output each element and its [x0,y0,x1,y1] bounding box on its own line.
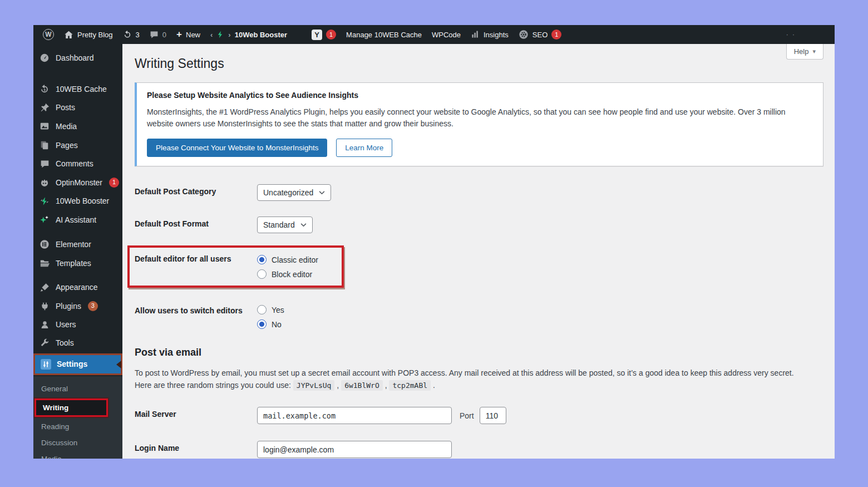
comment-icon [150,30,159,39]
new-content-menu[interactable]: + New [171,25,205,44]
block-editor-radio[interactable] [257,269,267,279]
default-post-format-label: Default Post Format [135,217,257,228]
angle-left-icon: ‹ [210,31,213,39]
insights-link[interactable]: Insights [466,25,514,44]
switch-no-option[interactable]: No [257,319,284,329]
default-post-category-label: Default Post Category [135,184,257,196]
submenu-item-writing[interactable]: Writing [36,400,106,415]
classic-editor-option[interactable]: Classic editor [257,255,318,264]
port-input[interactable] [480,407,506,424]
optinmonster-badge: 1 [109,178,119,188]
active-menu-arrow-icon [116,361,121,368]
insights-label: Insights [484,31,509,39]
block-editor-option[interactable]: Block editor [257,269,318,279]
angle-right-icon: › [228,31,230,39]
sidebar-item-comments[interactable]: Comments [33,155,122,173]
wordpress-logo-icon: W [43,29,54,40]
sidebar-item-optinmonster[interactable]: OptinMonster 1 [33,173,122,192]
analytics-badge: 1 [326,29,336,40]
comment-icon [39,159,50,169]
plus-icon: + [176,29,182,40]
sidebar-item-appearance[interactable]: Appearance [33,278,122,297]
media-icon [39,121,50,131]
settings-sliders-icon [41,359,51,370]
wordpress-admin-window: W Pretty Blog 3 0 + New ‹ [33,25,835,459]
booster-menu[interactable]: ‹ › 10Web Booster [205,25,292,44]
chevron-down-icon [300,223,307,227]
booster-bolt-icon [216,30,224,39]
submenu-item-general[interactable]: General [33,381,122,397]
admin-sidebar: Dashboard 10WEB Cache Posts Media [33,44,122,459]
switch-yes-option[interactable]: Yes [257,305,284,314]
sidebar-item-settings[interactable]: Settings [35,355,121,373]
secret-string-3: tcp2mABl [389,380,431,391]
help-button[interactable]: Help ▾ [786,44,823,60]
seo-menu[interactable]: SEO 1 [514,25,566,44]
secret-string-1: JYPvLsUq [293,380,335,391]
connect-monsterinsights-button[interactable]: Please Connect Your Website to MonsterIn… [147,139,327,157]
post-via-email-heading: Post via email [135,347,823,358]
site-name: Pretty Blog [77,31,113,39]
sparkle-icon [39,215,50,225]
adminbar-overflow: · · [786,31,796,38]
sidebar-item-users[interactable]: Users [33,316,122,334]
switch-yes-radio[interactable] [257,305,267,314]
updates-icon [123,30,132,39]
site-name-link[interactable]: Pretty Blog [59,25,118,44]
sidebar-item-posts[interactable]: Posts [33,99,122,117]
sidebar-item-dashboard[interactable]: Dashboard [33,48,122,67]
submenu-item-reading[interactable]: Reading [33,419,122,435]
analytics-menu[interactable]: Y 1 [307,25,341,44]
admin-bar: W Pretty Blog 3 0 + New ‹ [33,25,835,44]
submenu-item-media[interactable]: Media [33,451,122,459]
learn-more-button[interactable]: Learn More [336,139,392,157]
monsterinsights-notice: Please Setup Website Analytics to See Au… [135,82,823,166]
page-title: Writing Settings [135,56,823,71]
sidebar-item-elementor[interactable]: Elementor [33,235,122,254]
sidebar-item-tools[interactable]: Tools [33,334,122,352]
pages-icon [39,140,50,150]
booster-label: 10Web Booster [235,31,287,39]
wpcode-link[interactable]: WPCode [427,25,466,44]
switch-no-radio[interactable] [257,319,267,329]
settings-submenu: General Writing Reading Discussion Media [33,376,122,459]
switch-editors-options: Yes No [257,303,284,329]
default-editor-options: Classic editor Block editor [257,253,318,279]
updates-link[interactable]: 3 [118,25,145,44]
paintbrush-icon [39,283,50,292]
default-post-category-select[interactable]: Uncategorized [257,184,331,201]
login-name-row: Login Name [135,441,823,458]
sidebar-item-10web-cache[interactable]: 10WEB Cache [33,80,122,99]
elementor-icon [39,239,50,249]
selected-category: Uncategorized [263,188,313,197]
wpcode-label: WPCode [432,31,461,39]
default-editor-label: Default editor for all users [135,253,257,279]
port-label: Port [460,411,474,420]
default-post-format-row: Default Post Format Standard [135,217,823,233]
wordpress-menu[interactable]: W [38,25,59,44]
user-icon [39,320,50,329]
sidebar-item-10web-booster[interactable]: 10Web Booster [33,192,122,210]
sidebar-item-ai-assistant[interactable]: AI Assistant [33,210,122,229]
submenu-item-discussion[interactable]: Discussion [33,435,122,451]
settings-annotation-box: Settings [33,353,122,375]
classic-editor-radio[interactable] [257,255,267,264]
bar-chart-icon [471,30,480,39]
sidebar-item-plugins[interactable]: Plugins 3 [33,297,122,316]
cache-refresh-icon [39,84,50,94]
sidebar-item-media[interactable]: Media [33,117,122,136]
comments-count: 0 [162,31,166,39]
sidebar-item-pages[interactable]: Pages [33,136,122,155]
manage-cache-link[interactable]: Manage 10WEB Cache [341,25,427,44]
secret-string-2: 6w1BlWrO [341,380,383,391]
sidebar-item-templates[interactable]: Templates [33,254,122,273]
manage-cache-label: Manage 10WEB Cache [346,31,422,39]
comments-link[interactable]: 0 [145,25,171,44]
selected-format: Standard [263,220,295,229]
login-name-input[interactable] [257,441,452,458]
updates-count: 3 [136,31,140,39]
notice-title: Please Setup Website Analytics to See Au… [147,91,813,100]
default-post-format-select[interactable]: Standard [257,217,313,233]
mail-server-input[interactable] [257,407,452,424]
plug-icon [39,302,50,311]
